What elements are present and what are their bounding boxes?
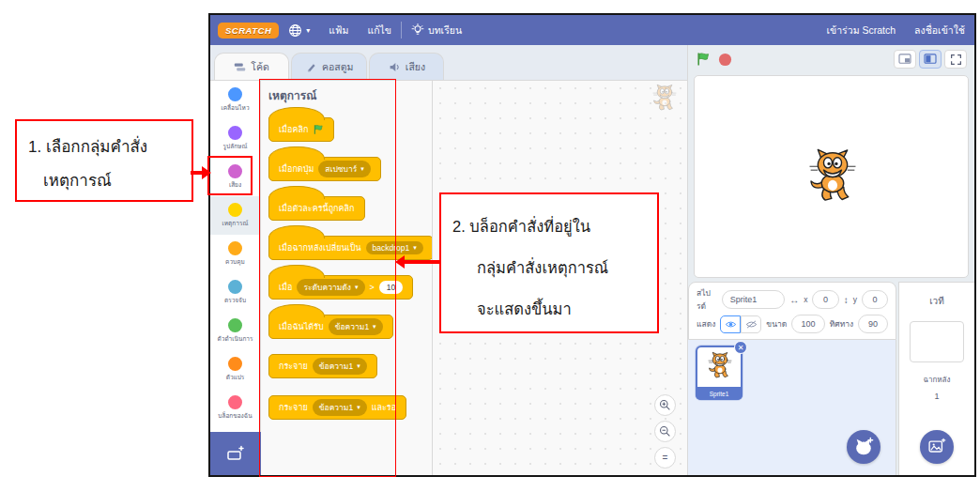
sprite-list: ✕ Sprite1	[688, 340, 896, 475]
language-menu[interactable]: ▾	[279, 15, 319, 45]
green-flag-button[interactable]	[696, 52, 711, 67]
zoom-out-button[interactable]	[654, 421, 676, 442]
category-color-dot	[228, 280, 242, 294]
stage-pane-title: เวที	[899, 294, 974, 308]
large-stage-button[interactable]	[919, 50, 942, 69]
annotation-step2-line2: กลุ่มคำสั่งเหตุการณ์	[452, 247, 653, 288]
menu-bar: SCRATCH ▾ แฟ้ม แก้ไข บทเรียน เ	[210, 15, 974, 45]
x-position-icon: ↔	[789, 295, 799, 305]
sign-in-link[interactable]: ลงชื่อเข้าใช้	[905, 15, 974, 45]
tab-sounds[interactable]: เสียง	[369, 53, 444, 80]
small-stage-button[interactable]	[894, 50, 916, 69]
file-menu[interactable]: แฟ้ม	[319, 15, 358, 45]
tab-costumes[interactable]: คอสตูม	[291, 53, 367, 80]
zoom-reset-button[interactable]: =	[654, 447, 676, 469]
stage-viewport[interactable]	[694, 75, 969, 278]
direction-label: ทิศทาง	[830, 317, 854, 331]
category-item-5[interactable]: ตรวจจับ	[210, 273, 260, 312]
block-dropdown[interactable]: ข้อความ1▾	[313, 358, 367, 375]
category-list: เคลื่อนไหวรูปลักษณ์เสียงเหตุการณ์ควบคุมต…	[210, 81, 261, 432]
chevron-down-icon: ▾	[360, 165, 364, 173]
sprite-thumbnail-selected[interactable]: ✕ Sprite1	[696, 346, 743, 400]
block-dropdown[interactable]: ข้อความ1▾	[329, 318, 383, 335]
category-label: ตรวจจับ	[224, 296, 246, 305]
sprite-thumbnail-name: Sprite1	[696, 387, 743, 400]
x-position-input[interactable]: 0	[812, 290, 838, 309]
costumes-icon	[305, 61, 317, 73]
backdrop-count: 1	[899, 392, 974, 401]
add-backdrop-button[interactable]	[920, 430, 954, 464]
sprite-name-label: สไปรต์	[697, 286, 717, 313]
block-text: เมื่อตัวละครนี้ถูกคลิก	[279, 202, 355, 215]
y-label: y	[853, 295, 857, 304]
tab-code[interactable]: โค้ด	[214, 53, 289, 80]
stage-pane: สไปรต์ Sprite1 ↔ x 0 ↕ y 0 แสดง	[688, 45, 974, 475]
category-color-dot	[228, 164, 242, 178]
block-dropdown[interactable]: ระดับความดัง▾	[297, 279, 364, 296]
zoom-in-button[interactable]	[654, 394, 676, 416]
category-item-1[interactable]: รูปลักษณ์	[210, 119, 260, 158]
stage-header	[688, 45, 974, 73]
palette-block-3[interactable]: เมื่อฉากหลังเปลี่ยนเป็นbackdrop1▾	[268, 236, 433, 260]
fullscreen-button[interactable]	[944, 50, 967, 69]
sprite-name-input[interactable]: Sprite1	[722, 290, 786, 309]
palette-block-5[interactable]: เมื่อฉันได้รับข้อความ1▾	[268, 315, 393, 339]
palette-header: เหตุการณ์	[268, 86, 432, 104]
block-text: >	[370, 283, 375, 292]
annotation-step1-line2: เหตุการณ์	[28, 164, 188, 198]
stop-button[interactable]	[718, 53, 732, 67]
direction-input[interactable]: 90	[858, 315, 888, 333]
extension-icon	[226, 444, 245, 463]
edit-menu[interactable]: แก้ไข	[358, 15, 401, 45]
palette-block-0[interactable]: เมื่อคลิก	[268, 117, 334, 142]
block-dropdown[interactable]: สเปซบาร์▾	[318, 161, 371, 177]
show-sprite-button[interactable]	[720, 315, 741, 333]
category-item-4[interactable]: ควบคุม	[210, 235, 260, 273]
join-scratch-link[interactable]: เข้าร่วม Scratch	[817, 15, 905, 45]
add-sprite-button[interactable]	[847, 430, 880, 464]
category-item-7[interactable]: ตัวแปร	[210, 350, 260, 389]
category-item-2[interactable]: เสียง	[210, 158, 260, 196]
delete-sprite-badge[interactable]: ✕	[734, 341, 747, 354]
block-dropdown-value: ข้อความ1	[319, 360, 353, 373]
palette-block-1[interactable]: เมื่อกดปุ่มสเปซบาร์▾	[268, 157, 381, 181]
annotation-step1: 1. เลือกกลุ่มคำสั่ง เหตุการณ์	[15, 119, 193, 202]
y-position-input[interactable]: 0	[862, 290, 888, 309]
category-color-dot	[228, 126, 242, 140]
block-dropdown-value: backdrop1	[373, 243, 410, 253]
block-dropdown[interactable]: backdrop1▾	[366, 241, 423, 254]
block-dropdown[interactable]: ข้อความ1▾	[313, 399, 367, 416]
block-dropdown-value: สเปซบาร์	[325, 162, 357, 176]
palette-block-7[interactable]: กระจายข้อความ1▾และรอ	[268, 395, 406, 420]
block-number-input[interactable]: 10	[379, 281, 403, 294]
category-color-dot	[228, 87, 242, 101]
globe-icon	[288, 23, 302, 38]
hide-sprite-button[interactable]	[741, 315, 761, 333]
category-label: รูปลักษณ์	[223, 142, 248, 151]
block-dropdown-value: ข้อความ1	[319, 401, 353, 414]
category-item-8[interactable]: บล็อกของฉัน	[210, 389, 260, 427]
chevron-down-icon: ▾	[355, 284, 359, 291]
add-extension-button[interactable]	[210, 432, 261, 475]
backdrop-pane[interactable]: เวที ฉากหลัง 1	[898, 282, 974, 475]
category-item-6[interactable]: ตัวดำเนินการ	[210, 312, 260, 350]
block-text: เมื่อกดปุ่ม	[279, 162, 314, 176]
screenshot-root: SCRATCH ▾ แฟ้ม แก้ไข บทเรียน เ	[0, 0, 980, 492]
tutorials-menu[interactable]: บทเรียน	[402, 15, 471, 45]
x-label: x	[804, 295, 807, 304]
sprite-info-panel: สไปรต์ Sprite1 ↔ x 0 ↕ y 0 แสดง	[688, 282, 896, 340]
block-text: เมื่อฉันได้รับ	[279, 320, 324, 333]
palette-block-2[interactable]: เมื่อตัวละครนี้ถูกคลิก	[268, 196, 365, 221]
category-color-dot	[228, 395, 242, 409]
block-text: เมื่อ	[279, 281, 292, 294]
chevron-down-icon: ▾	[413, 244, 417, 252]
annotation-step1-line1: 1. เลือกกลุ่มคำสั่ง	[28, 131, 188, 164]
category-item-0[interactable]: เคลื่อนไหว	[210, 81, 260, 119]
palette-block-6[interactable]: กระจายข้อความ1▾	[268, 354, 377, 378]
scratch-logo[interactable]: SCRATCH	[218, 23, 279, 38]
cat-sprite[interactable]	[806, 147, 859, 208]
palette-block-4[interactable]: เมื่อระดับความดัง▾>10	[268, 275, 413, 300]
backdrop-thumbnail[interactable]	[910, 321, 964, 362]
size-input[interactable]: 100	[791, 315, 824, 333]
category-item-3[interactable]: เหตุการณ์	[210, 196, 260, 235]
